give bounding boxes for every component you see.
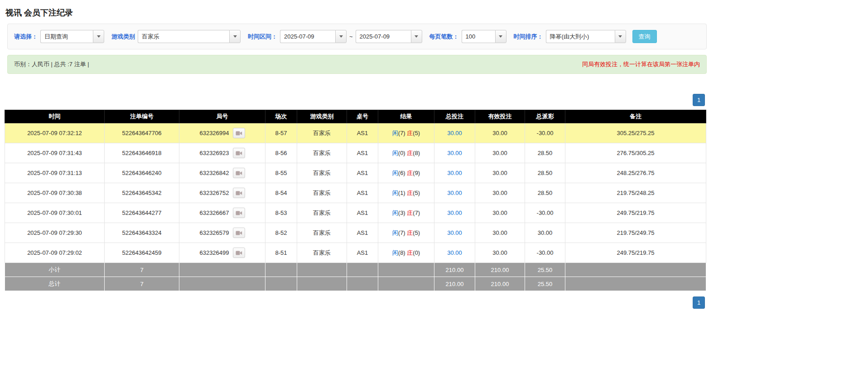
- filter-bar: 请选择： 游戏类别 时间区间： ~ 每页笔数： 时间排序：: [7, 24, 707, 49]
- page-size-label: 每页笔数：: [429, 33, 459, 41]
- header-time: 时间: [5, 110, 105, 123]
- cell-game-type: 百家乐: [297, 143, 347, 163]
- cell-time: 2025-07-09 07:31:43: [5, 143, 105, 163]
- result-banker-score: (0): [413, 249, 420, 256]
- page-size-input[interactable]: [462, 30, 495, 43]
- grand-total-total-bet: 210.00: [434, 277, 475, 291]
- video-replay-icon: [236, 170, 242, 176]
- total-bet-link[interactable]: 30.00: [447, 209, 462, 216]
- video-replay-button[interactable]: [233, 168, 245, 178]
- game-type-label: 游戏类别: [111, 33, 135, 41]
- cell-time: 2025-07-09 07:30:38: [5, 183, 105, 203]
- cell-total-bet: 30.00: [434, 123, 475, 143]
- cell-time: 2025-07-09 07:31:13: [5, 163, 105, 183]
- round-id-text: 632326499: [199, 249, 229, 256]
- summary-bar: 币别：人民币 | 总共 :7 注单 | 同局有效投注，统一计算在该局第一张注单内: [7, 55, 707, 74]
- grand-total-payout: 25.50: [525, 277, 565, 291]
- video-replay-button[interactable]: [233, 208, 245, 218]
- cell-result: 闲(8) 庄(0): [378, 243, 434, 263]
- result-player: 闲: [392, 190, 398, 196]
- video-replay-button[interactable]: [233, 128, 245, 138]
- cell-total-bet: 30.00: [434, 163, 475, 183]
- search-button[interactable]: 查询: [632, 30, 657, 43]
- cell-session: 8-54: [265, 183, 297, 203]
- valid-bet-notice: 同局有效投注，统一计算在该局第一张注单内: [582, 60, 700, 68]
- subtotal-valid-bet: 210.00: [475, 263, 525, 277]
- cell-game-type: 百家乐: [297, 123, 347, 143]
- cell-total-bet: 30.00: [434, 203, 475, 223]
- game-type-input[interactable]: [138, 30, 229, 43]
- cell-bet-id: 522643642459: [105, 243, 179, 263]
- date-from-input[interactable]: [280, 30, 335, 43]
- cell-valid-bet: 30.00: [475, 143, 525, 163]
- time-sort-combobox: [546, 30, 626, 43]
- video-replay-button[interactable]: [233, 188, 245, 198]
- cell-payout: -30.00: [525, 243, 565, 263]
- result-player: 闲: [392, 229, 398, 236]
- date-to-combobox: [356, 30, 422, 43]
- video-replay-button[interactable]: [233, 148, 245, 158]
- header-result: 结果: [378, 110, 434, 123]
- result-banker-score: (7): [413, 209, 420, 216]
- result-banker-score: (8): [413, 150, 420, 156]
- result-banker-score: (5): [413, 130, 420, 136]
- page-size-dropdown-button[interactable]: [495, 30, 506, 43]
- result-player-score: (3): [398, 209, 407, 216]
- cell-session: 8-55: [265, 163, 297, 183]
- total-bet-link[interactable]: 30.00: [447, 229, 462, 236]
- cell-total-bet: 30.00: [434, 183, 475, 203]
- header-table-no: 桌号: [347, 110, 378, 123]
- date-to-input[interactable]: [356, 30, 411, 43]
- subtotal-count: 7: [105, 263, 179, 277]
- result-banker-score: (5): [413, 190, 420, 196]
- select-type-dropdown-button[interactable]: [93, 30, 104, 43]
- video-replay-button[interactable]: [233, 228, 245, 238]
- result-banker: 庄: [407, 229, 413, 236]
- page-number-button[interactable]: 1: [693, 94, 705, 106]
- select-type-input[interactable]: [40, 30, 93, 43]
- cell-round-id: 632326579: [179, 223, 265, 243]
- cell-total-bet: 30.00: [434, 243, 475, 263]
- video-replay-icon: [236, 250, 242, 256]
- result-player-score: (7): [398, 130, 407, 136]
- time-sort-input[interactable]: [546, 30, 615, 43]
- date-from-dropdown-button[interactable]: [335, 30, 347, 43]
- cell-total-bet: 30.00: [434, 143, 475, 163]
- cell-session: 8-52: [265, 223, 297, 243]
- time-sort-dropdown-button[interactable]: [615, 30, 626, 43]
- round-id-text: 632326994: [199, 130, 229, 136]
- total-bet-link[interactable]: 30.00: [447, 130, 462, 136]
- header-valid-bet: 有效投注: [475, 110, 525, 123]
- cell-payout: -30.00: [525, 203, 565, 223]
- total-bet-link[interactable]: 30.00: [447, 190, 462, 196]
- date-to-dropdown-button[interactable]: [411, 30, 422, 43]
- cell-remark: 219.75/248.25: [565, 183, 706, 203]
- header-session: 场次: [265, 110, 297, 123]
- game-type-dropdown-button[interactable]: [229, 30, 241, 43]
- cell-result: 闲(3) 庄(7): [378, 203, 434, 223]
- cell-time: 2025-07-09 07:29:30: [5, 223, 105, 243]
- subtotal-row: 小计 7 210.00 210.00 25.50: [5, 263, 706, 277]
- round-id-text: 632326752: [199, 190, 229, 196]
- result-player-score: (1): [398, 190, 407, 196]
- total-bet-link[interactable]: 30.00: [447, 170, 462, 176]
- result-banker: 庄: [407, 190, 413, 196]
- grand-total-row: 总计 7 210.00 210.00 25.50: [5, 277, 706, 291]
- cell-bet-id: 522643647706: [105, 123, 179, 143]
- round-id-text: 632326579: [199, 229, 229, 236]
- cell-remark: 219.75/249.75: [565, 223, 706, 243]
- total-bet-link[interactable]: 30.00: [447, 249, 462, 256]
- result-player: 闲: [392, 150, 398, 156]
- page-number-button[interactable]: 1: [693, 296, 705, 309]
- cell-table-no: AS1: [347, 123, 378, 143]
- time-range-label: 时间区间：: [248, 33, 277, 41]
- result-banker: 庄: [407, 170, 413, 176]
- table-row: 2025-07-09 07:29:30522643643324632326579…: [5, 223, 706, 243]
- total-bet-link[interactable]: 30.00: [447, 150, 462, 156]
- cell-result: 闲(0) 庄(8): [378, 143, 434, 163]
- result-banker-score: (9): [413, 170, 420, 176]
- video-replay-button[interactable]: [233, 248, 245, 258]
- table-row: 2025-07-09 07:31:13522643646240632326842…: [5, 163, 706, 183]
- cell-game-type: 百家乐: [297, 163, 347, 183]
- result-player-score: (6): [398, 170, 407, 176]
